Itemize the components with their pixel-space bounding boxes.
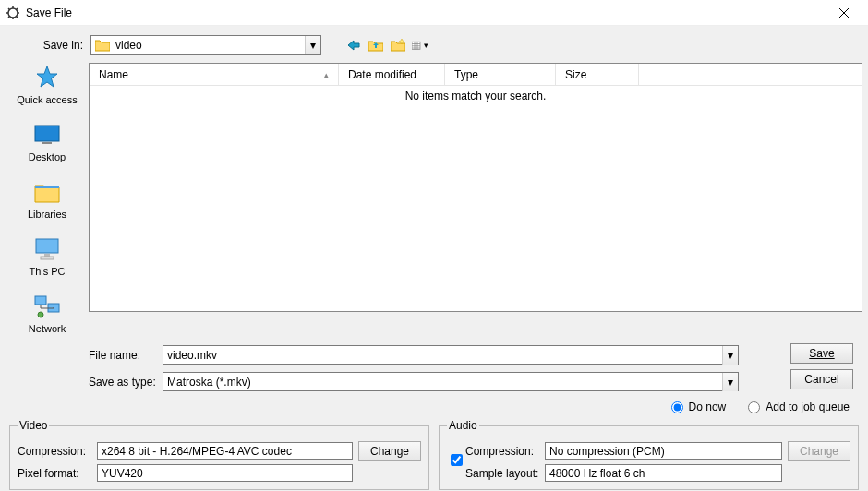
audio-compression-value: No compression (PCM) <box>545 442 782 460</box>
up-button[interactable] <box>368 37 384 54</box>
audio-change-button[interactable]: Change <box>788 441 850 461</box>
radio-add-queue[interactable]: Add to job queue <box>748 401 850 413</box>
this-pc-icon <box>32 234 62 264</box>
place-this-pc[interactable]: This PC <box>10 234 84 277</box>
new-folder-icon <box>391 39 405 52</box>
radio-do-now[interactable]: Do now <box>671 401 727 413</box>
savein-text: video <box>114 39 305 52</box>
saveastype-combo[interactable]: Matroska (*.mkv) ▾ <box>163 372 739 391</box>
savein-label: Save in: <box>18 39 83 52</box>
toolbar: ▾ <box>345 37 428 54</box>
saveastype-label: Save as type: <box>89 376 163 389</box>
audio-group: Audio Compression: No compression (PCM) … <box>439 419 859 490</box>
filename-label: File name: <box>89 349 163 362</box>
close-icon <box>839 8 849 18</box>
sort-asc-icon: ▴ <box>324 70 329 79</box>
file-list[interactable]: Name▴ Date modified Type Size No items m… <box>89 63 862 312</box>
place-network[interactable]: Network <box>10 292 84 334</box>
column-date[interactable]: Date modified <box>339 64 445 85</box>
video-compression-value: x264 8 bit - H.264/MPEG-4 AVC codec <box>97 442 353 460</box>
places-bar: Quick access Desktop Libraries This PC <box>6 63 89 334</box>
svg-point-0 <box>8 8 18 18</box>
queue-radios: Do now Add to job queue <box>0 395 868 419</box>
place-desktop[interactable]: Desktop <box>10 120 84 162</box>
back-button[interactable] <box>345 37 362 54</box>
save-button[interactable]: Save <box>790 343 853 364</box>
app-icon <box>6 6 20 20</box>
libraries-icon <box>32 177 62 207</box>
savein-dropdown[interactable]: video ▾ <box>90 35 321 55</box>
audio-legend: Audio <box>447 419 479 432</box>
audio-enable-checkbox[interactable] <box>451 454 463 466</box>
saveastype-text: Matroska (*.mkv) <box>163 376 722 389</box>
column-type[interactable]: Type <box>445 64 556 85</box>
savein-bar: Save in: video ▾ ▾ <box>0 26 868 63</box>
quick-access-icon <box>32 63 62 92</box>
filename-combo[interactable]: ▾ <box>163 345 739 365</box>
filename-input[interactable] <box>163 346 722 364</box>
chevron-down-icon: ▾ <box>722 346 738 365</box>
main-area: Quick access Desktop Libraries This PC <box>0 63 868 334</box>
place-quick-access[interactable]: Quick access <box>10 63 84 105</box>
svg-rect-8 <box>42 142 52 144</box>
desktop-icon <box>32 120 62 150</box>
view-icon <box>412 39 423 52</box>
chevron-down-icon: ▾ <box>305 36 320 54</box>
video-legend: Video <box>18 419 49 432</box>
video-group: Video Compression: x264 8 bit - H.264/MP… <box>9 419 429 490</box>
titlebar: Save File <box>0 0 868 26</box>
audio-compression-label: Compression: <box>465 445 539 458</box>
column-size[interactable]: Size <box>556 64 639 85</box>
new-folder-button[interactable] <box>390 37 406 54</box>
cancel-button[interactable]: Cancel <box>790 369 853 389</box>
up-folder-icon <box>368 39 383 52</box>
back-arrow-icon <box>346 40 361 51</box>
network-icon <box>32 292 62 321</box>
svg-rect-13 <box>35 296 46 305</box>
svg-rect-7 <box>35 126 59 141</box>
place-libraries[interactable]: Libraries <box>10 177 84 220</box>
svg-point-15 <box>38 312 43 317</box>
svg-rect-9 <box>35 186 59 188</box>
close-button[interactable] <box>826 0 862 26</box>
chevron-down-icon: ▾ <box>722 373 738 391</box>
view-button[interactable]: ▾ <box>412 37 428 54</box>
audio-sample-layout-label: Sample layout: <box>465 467 539 480</box>
video-change-button[interactable]: Change <box>358 441 421 461</box>
chevron-down-icon: ▾ <box>424 41 428 50</box>
folder-icon <box>95 39 110 52</box>
codec-groups: Video Compression: x264 8 bit - H.264/MP… <box>0 419 868 491</box>
svg-rect-12 <box>41 257 54 259</box>
svg-rect-10 <box>36 239 58 253</box>
video-pixel-format-value: YUV420 <box>97 464 353 482</box>
video-compression-label: Compression: <box>18 445 91 458</box>
video-pixel-format-label: Pixel format: <box>18 467 91 480</box>
audio-sample-layout-value: 48000 Hz float 6 ch <box>545 464 782 482</box>
column-name[interactable]: Name▴ <box>90 64 339 85</box>
window-title: Save File <box>26 6 826 19</box>
empty-message: No items match your search. <box>90 86 862 102</box>
form-area: File name: ▾ Save as type: Matroska (*.m… <box>0 334 868 395</box>
column-headers: Name▴ Date modified Type Size <box>90 64 862 86</box>
